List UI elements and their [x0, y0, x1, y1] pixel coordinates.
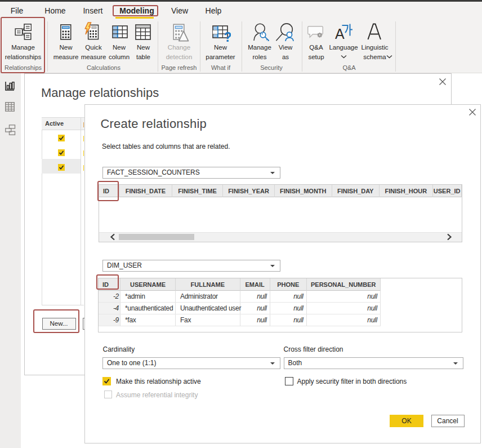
svg-text:A: A — [335, 26, 345, 39]
svg-text:?: ? — [224, 30, 231, 43]
